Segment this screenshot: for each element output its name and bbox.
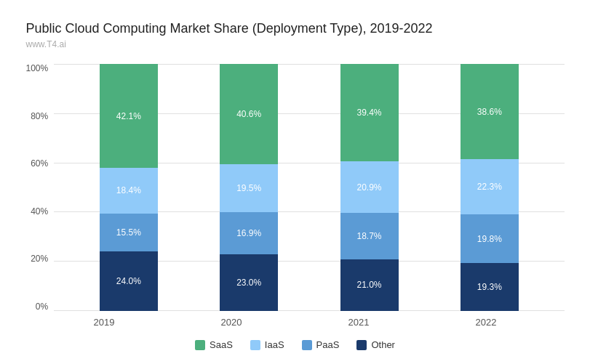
bar-segment-label: 39.4% [357, 108, 382, 118]
x-labels: 2019202020212022 [26, 317, 565, 328]
bar-segment-iaas: 19.5% [220, 164, 278, 212]
bar-segment-saas: 39.4% [340, 64, 399, 161]
chart-area: 0%20%40%60%80%100% 24.0%15.5%18.4%42.1%2… [26, 64, 565, 311]
bar-segment-paas: 16.9% [220, 212, 278, 254]
x-axis-label: 2019 [41, 317, 168, 328]
bar-segment-label: 19.3% [477, 282, 502, 292]
bar-segment-iaas: 20.9% [340, 161, 399, 213]
bar-segment-iaas: 18.4% [100, 168, 158, 214]
legend-swatch-iaas [250, 340, 260, 350]
bar-segment-label: 42.1% [116, 111, 141, 121]
bar-segment-other: 19.3% [461, 263, 519, 311]
bar-group: 24.0%15.5%18.4%42.1% [68, 64, 188, 311]
legend-label-iaas: IaaS [265, 339, 284, 350]
bar-segment-label: 23.0% [236, 278, 261, 288]
bar-segment-paas: 18.7% [340, 213, 399, 259]
legend-label-paas: PaaS [316, 339, 340, 350]
y-axis-label: 0% [36, 302, 48, 311]
bar-stack: 19.3%19.8%22.3%38.6% [461, 64, 519, 311]
bar-segment-label: 19.5% [236, 183, 261, 193]
x-axis-label: 2021 [295, 317, 423, 328]
bar-group: 23.0%16.9%19.5%40.6% [189, 64, 309, 311]
legend-item-paas: PaaS [302, 339, 340, 350]
bar-group: 21.0%18.7%20.9%39.4% [309, 64, 429, 311]
legend-label-saas: SaaS [210, 339, 233, 350]
bar-segment-paas: 15.5% [100, 214, 158, 252]
y-axis-label: 20% [31, 254, 48, 263]
y-axis-label: 80% [31, 112, 48, 121]
bar-segment-saas: 40.6% [220, 64, 278, 164]
chart-container: Public Cloud Computing Market Share (Dep… [12, 7, 579, 357]
bar-segment-saas: 42.1% [100, 64, 158, 168]
bar-group: 19.3%19.8%22.3%38.6% [429, 64, 549, 311]
bar-segment-label: 38.6% [477, 107, 502, 117]
bar-segment-saas: 38.6% [461, 64, 519, 159]
bar-segment-label: 18.4% [116, 185, 141, 195]
legend-swatch-other [356, 340, 367, 350]
bar-segment-label: 19.8% [477, 234, 502, 244]
x-axis-label: 2020 [168, 317, 295, 328]
legend-swatch-paas [302, 340, 312, 350]
bar-stack: 24.0%15.5%18.4%42.1% [100, 64, 158, 311]
y-axis-label: 60% [31, 159, 48, 168]
bar-segment-label: 15.5% [116, 227, 141, 238]
legend-item-iaas: IaaS [250, 339, 284, 350]
chart-title: Public Cloud Computing Market Share (Dep… [26, 21, 565, 36]
bar-segment-label: 22.3% [477, 182, 502, 192]
bar-segment-other: 24.0% [100, 251, 158, 311]
bar-segment-paas: 19.8% [461, 214, 519, 263]
legend: SaaSIaaSPaaSOther [26, 339, 565, 350]
y-axis-label: 100% [26, 64, 49, 73]
bar-segment-label: 21.0% [357, 280, 382, 290]
x-axis-label: 2022 [423, 317, 550, 328]
bar-segment-label: 24.0% [116, 276, 141, 286]
bars-row: 24.0%15.5%18.4%42.1%23.0%16.9%19.5%40.6%… [54, 64, 564, 311]
bar-segment-other: 21.0% [340, 259, 399, 311]
y-axis-label: 40% [31, 207, 48, 216]
chart-body: 24.0%15.5%18.4%42.1%23.0%16.9%19.5%40.6%… [54, 64, 564, 311]
bar-segment-label: 18.7% [357, 231, 382, 241]
chart-subtitle: www.T4.ai [26, 39, 565, 49]
legend-item-saas: SaaS [195, 339, 233, 350]
y-axis: 0%20%40%60%80%100% [26, 64, 55, 311]
bar-segment-label: 40.6% [236, 109, 261, 119]
bar-segment-iaas: 22.3% [461, 159, 519, 214]
legend-swatch-saas [195, 340, 205, 350]
bar-segment-other: 23.0% [220, 254, 278, 311]
bar-stack: 21.0%18.7%20.9%39.4% [340, 64, 399, 311]
bar-segment-label: 16.9% [236, 228, 261, 238]
bar-segment-label: 20.9% [357, 182, 382, 193]
legend-label-other: Other [371, 339, 395, 350]
bar-stack: 23.0%16.9%19.5%40.6% [220, 64, 278, 311]
legend-item-other: Other [356, 339, 395, 350]
